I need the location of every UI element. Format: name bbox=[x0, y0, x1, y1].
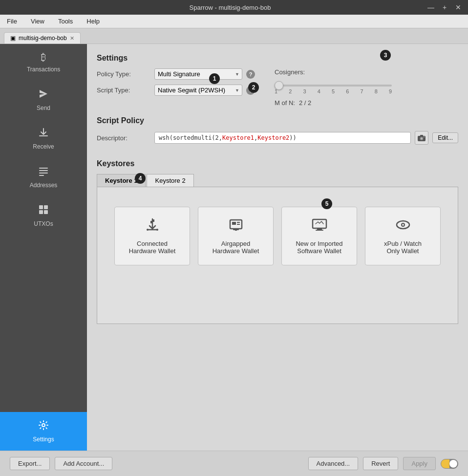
main-layout: ₿ Transactions Send Receive bbox=[0, 44, 468, 451]
policy-type-select-wrapper[interactable]: Multi Signature bbox=[154, 68, 242, 80]
option-airgapped-hardware-label: AirgappedHardware Wallet bbox=[213, 240, 259, 255]
svg-rect-7 bbox=[44, 210, 48, 214]
svg-rect-6 bbox=[39, 210, 43, 214]
svg-point-8 bbox=[42, 424, 45, 427]
keystore-tab-2[interactable]: Keystore 2 bbox=[147, 174, 193, 187]
svg-point-29 bbox=[402, 224, 404, 226]
svg-point-11 bbox=[421, 138, 423, 140]
script-type-select-wrapper[interactable]: Native Segwit (P2WSH) bbox=[154, 85, 242, 96]
script-type-label: Script Type: bbox=[97, 87, 150, 94]
menu-help[interactable]: Help bbox=[84, 17, 103, 26]
option-software-wallet[interactable]: New or ImportedSoftware Wallet bbox=[281, 207, 357, 265]
settings-title: Settings bbox=[97, 54, 458, 63]
usb-icon bbox=[145, 218, 160, 235]
keystores-title: Keystores bbox=[97, 159, 458, 168]
sidebar-item-transactions[interactable]: ₿ Transactions bbox=[0, 44, 87, 81]
svg-rect-20 bbox=[237, 222, 240, 223]
cosigners-label: Cosigners: bbox=[275, 68, 305, 76]
tab-close-icon[interactable]: ✕ bbox=[70, 35, 74, 42]
m-of-n-row: M of N: 2 / 2 bbox=[275, 99, 458, 107]
sidebar-label-utxos: UTXOs bbox=[34, 220, 53, 227]
sidebar-item-receive[interactable]: Receive bbox=[0, 119, 87, 158]
tab-multisig-demo-bob[interactable]: ▣ multisig-demo-bob ✕ bbox=[4, 32, 81, 43]
svg-rect-0 bbox=[39, 168, 48, 169]
keystores-section: Keystores 4 5 Keystore 1 Keystore 2 bbox=[97, 159, 458, 324]
menu-tools[interactable]: Tools bbox=[55, 17, 76, 26]
keystore-content: ConnectedHardware Wallet bbox=[97, 187, 458, 324]
policy-type-row: Policy Type: Multi Signature ? bbox=[97, 68, 255, 80]
addresses-icon bbox=[38, 166, 49, 179]
slider-thumb[interactable] bbox=[275, 81, 283, 90]
advanced-button[interactable]: Advanced... bbox=[308, 457, 359, 470]
tab-label: multisig-demo-bob bbox=[19, 35, 67, 42]
sidebar-item-addresses[interactable]: Addresses bbox=[0, 158, 87, 196]
menu-view[interactable]: View bbox=[28, 17, 47, 26]
descriptor-label: Descriptor: bbox=[97, 134, 150, 142]
close-button[interactable]: ✕ bbox=[453, 2, 463, 12]
camera-button[interactable] bbox=[415, 131, 428, 145]
svg-point-14 bbox=[147, 229, 149, 231]
svg-rect-1 bbox=[39, 170, 48, 171]
airgapped-icon bbox=[228, 218, 244, 235]
svg-rect-5 bbox=[44, 205, 48, 209]
descriptor-row: Descriptor: wsh(sortedmulti(2,Keystore1,… bbox=[97, 131, 458, 145]
title-bar: Sparrow - multisig-demo-bob — + ✕ bbox=[0, 0, 468, 15]
menu-bar: File View Tools Help bbox=[0, 15, 468, 28]
slider-labels: 1 2 3 4 5 6 7 8 9 bbox=[275, 88, 392, 94]
sidebar-item-send[interactable]: Send bbox=[0, 81, 87, 119]
slider-track bbox=[275, 85, 392, 87]
minimize-button[interactable]: — bbox=[426, 2, 436, 12]
svg-rect-21 bbox=[237, 224, 240, 225]
menu-file[interactable]: File bbox=[4, 17, 20, 26]
annotation-2: 2 bbox=[248, 82, 259, 93]
sidebar-label-send: Send bbox=[37, 105, 50, 111]
option-xpub-watch-label: xPub / WatchOnly Wallet bbox=[384, 240, 422, 255]
bottom-right: Advanced... Revert Apply bbox=[308, 457, 458, 470]
script-policy-title: Script Policy bbox=[97, 116, 458, 125]
bottom-bar: Export... Add Account... Advanced... Rev… bbox=[0, 451, 468, 476]
option-connected-hardware-label: ConnectedHardware Wallet bbox=[129, 240, 176, 255]
receive-icon bbox=[38, 127, 49, 140]
revert-button[interactable]: Revert bbox=[363, 457, 398, 470]
svg-rect-19 bbox=[232, 222, 236, 225]
cosigners-slider[interactable]: 1 2 3 4 5 6 7 8 9 bbox=[275, 79, 392, 96]
utxos-icon bbox=[38, 204, 49, 217]
svg-point-15 bbox=[156, 229, 158, 231]
svg-rect-26 bbox=[316, 230, 323, 231]
option-xpub-watch[interactable]: xPub / WatchOnly Wallet bbox=[365, 207, 441, 265]
eye-icon bbox=[395, 218, 411, 235]
keystore-options: ConnectedHardware Wallet bbox=[107, 207, 448, 265]
script-policy-section: Script Policy Descriptor: wsh(sortedmult… bbox=[97, 116, 458, 150]
m-of-n-value: 2 / 2 bbox=[299, 99, 311, 107]
settings-icon bbox=[38, 420, 49, 433]
svg-rect-23 bbox=[235, 230, 237, 231]
svg-rect-24 bbox=[313, 219, 326, 228]
edit-button[interactable]: Edit... bbox=[432, 132, 458, 143]
svg-rect-17 bbox=[153, 219, 154, 222]
sidebar-item-utxos[interactable]: UTXOs bbox=[0, 196, 87, 235]
export-button[interactable]: Export... bbox=[10, 457, 50, 470]
tab-icon: ▣ bbox=[10, 35, 16, 42]
policy-type-label: Policy Type: bbox=[97, 70, 150, 78]
add-account-button[interactable]: Add Account... bbox=[55, 457, 112, 470]
policy-type-help-icon[interactable]: ? bbox=[246, 70, 255, 79]
sidebar-item-settings[interactable]: Settings bbox=[0, 412, 87, 451]
svg-rect-16 bbox=[150, 221, 152, 223]
option-airgapped-hardware[interactable]: AirgappedHardware Wallet bbox=[198, 207, 274, 265]
toggle-knob bbox=[449, 460, 457, 468]
maximize-button[interactable]: + bbox=[440, 2, 449, 12]
send-icon bbox=[38, 88, 49, 102]
sidebar-label-transactions: Transactions bbox=[27, 66, 60, 73]
policy-type-select[interactable]: Multi Signature bbox=[154, 68, 242, 80]
sidebar-label-addresses: Addresses bbox=[30, 182, 58, 189]
option-connected-hardware[interactable]: ConnectedHardware Wallet bbox=[114, 207, 190, 265]
keystore-tabs: Keystore 1 Keystore 2 bbox=[97, 174, 458, 187]
cosigners-area: Cosigners: 1 2 3 4 5 6 bbox=[275, 68, 458, 107]
theme-toggle[interactable] bbox=[441, 459, 458, 469]
script-type-select[interactable]: Native Segwit (P2WSH) bbox=[154, 85, 242, 96]
bitcoin-icon: ₿ bbox=[41, 52, 46, 63]
annotation-3: 3 bbox=[380, 50, 391, 61]
apply-button[interactable]: Apply bbox=[403, 457, 436, 470]
settings-section: Settings 1 2 3 Policy Type: bbox=[97, 54, 458, 107]
monitor-icon bbox=[312, 218, 327, 235]
